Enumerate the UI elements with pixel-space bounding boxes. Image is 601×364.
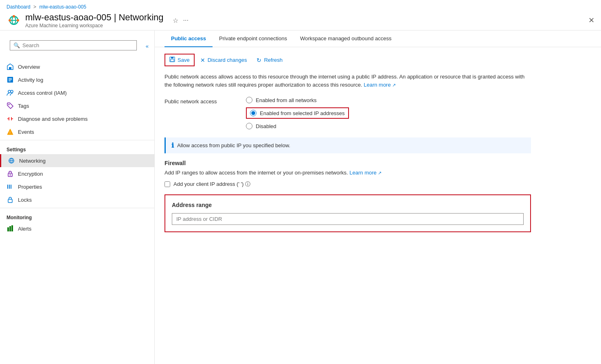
overview-icon bbox=[7, 63, 14, 70]
sidebar-label-locks: Locks bbox=[18, 197, 32, 203]
networking-icon bbox=[8, 157, 15, 164]
header: Dashboard > mlw-eastus-aoao-005 mlw-east… bbox=[0, 0, 601, 31]
refresh-button[interactable]: ↻ Refresh bbox=[252, 55, 287, 65]
tags-icon bbox=[7, 102, 14, 109]
sidebar-label-networking: Networking bbox=[19, 158, 46, 164]
svg-point-3 bbox=[17, 19, 19, 22]
radio-label-disabled: Disabled bbox=[256, 123, 276, 129]
sidebar-label-diagnose: Diagnose and solve problems bbox=[18, 116, 88, 122]
radio-all[interactable] bbox=[246, 97, 252, 103]
breadcrumb-separator: > bbox=[33, 4, 36, 10]
discard-label: Discard changes bbox=[208, 57, 247, 63]
radio-disabled[interactable] bbox=[246, 123, 252, 129]
search-box[interactable]: 🔍 bbox=[10, 40, 137, 50]
save-button[interactable]: Save bbox=[165, 54, 195, 66]
public-access-label: Public network access bbox=[165, 97, 230, 105]
svg-rect-22 bbox=[7, 185, 8, 189]
resource-icon bbox=[7, 13, 21, 28]
external-link-icon: ↗ bbox=[392, 83, 396, 87]
sidebar-item-networking[interactable]: Networking bbox=[0, 154, 154, 167]
sidebar-item-diagnose[interactable]: Diagnose and solve problems bbox=[0, 112, 154, 125]
svg-rect-24 bbox=[11, 185, 11, 189]
sidebar-item-activity-log[interactable]: Activity log bbox=[0, 73, 154, 86]
svg-rect-31 bbox=[171, 59, 174, 61]
tab-outbound[interactable]: Workspace managed outbound access bbox=[294, 31, 398, 47]
encryption-icon bbox=[7, 170, 14, 177]
page-subtitle: Azure Machine Learning workspace bbox=[25, 23, 164, 28]
iam-icon bbox=[7, 89, 14, 96]
collapse-button[interactable]: « bbox=[145, 42, 149, 50]
svg-rect-25 bbox=[8, 199, 12, 203]
main-layout: 🔍 « Overview Activity log Access control… bbox=[0, 31, 601, 364]
firewall-title: Firewall bbox=[165, 160, 591, 166]
svg-point-4 bbox=[13, 15, 15, 17]
sidebar-item-overview[interactable]: Overview bbox=[0, 60, 154, 73]
tab-public-access[interactable]: Public access bbox=[165, 31, 213, 47]
info-message: Allow access from public IP you specifie… bbox=[177, 142, 290, 148]
address-range-box: Address range bbox=[165, 194, 531, 232]
firewall-external-link-icon: ↗ bbox=[378, 170, 382, 175]
svg-point-12 bbox=[11, 90, 13, 93]
alerts-icon bbox=[7, 225, 14, 232]
sidebar-label-encryption: Encryption bbox=[18, 171, 43, 177]
breadcrumb-resource[interactable]: mlw-eastus-aoao-005 bbox=[39, 4, 86, 10]
refresh-label: Refresh bbox=[264, 57, 283, 63]
sidebar-label-iam: Access control (IAM) bbox=[18, 90, 67, 96]
sidebar-divider-settings bbox=[0, 140, 154, 140]
ip-cidr-input[interactable] bbox=[172, 213, 524, 225]
sidebar-item-alerts[interactable]: Alerts bbox=[0, 222, 154, 235]
radio-option-selected[interactable]: Enabled from selected IP addresses bbox=[250, 110, 345, 116]
more-options-icon[interactable]: ··· bbox=[183, 17, 189, 24]
add-client-ip-checkbox[interactable] bbox=[165, 181, 170, 187]
svg-point-13 bbox=[9, 104, 10, 105]
sidebar-item-tags[interactable]: Tags bbox=[0, 99, 154, 112]
svg-rect-6 bbox=[9, 67, 11, 70]
sidebar-label-overview: Overview bbox=[18, 64, 40, 70]
radio-option-disabled[interactable]: Disabled bbox=[246, 123, 349, 129]
toolbar: Save ✕ Discard changes ↻ Refresh bbox=[165, 54, 591, 66]
locks-icon bbox=[7, 196, 14, 203]
breadcrumb-dashboard[interactable]: Dashboard bbox=[7, 4, 31, 10]
sidebar-item-events[interactable]: ! Events bbox=[0, 125, 154, 138]
discard-button[interactable]: ✕ Discard changes bbox=[196, 55, 251, 65]
save-label: Save bbox=[178, 57, 190, 63]
svg-point-21 bbox=[10, 174, 11, 176]
svg-rect-26 bbox=[7, 227, 9, 231]
client-ip-label: Add your client IP address (' ') ⓘ bbox=[173, 181, 250, 188]
discard-icon: ✕ bbox=[200, 57, 205, 63]
radio-selected[interactable] bbox=[250, 110, 257, 116]
sidebar-label-activity-log: Activity log bbox=[18, 77, 43, 83]
tab-private-endpoint[interactable]: Private endpoint connections bbox=[213, 31, 294, 47]
firewall-description: Add IP ranges to allow access from the i… bbox=[165, 170, 591, 176]
learn-more-link[interactable]: Learn more ↗ bbox=[364, 82, 396, 88]
sidebar: 🔍 « Overview Activity log Access control… bbox=[0, 31, 155, 364]
info-box: ℹ Allow access from public IP you specif… bbox=[165, 137, 531, 153]
close-button[interactable]: ✕ bbox=[588, 16, 594, 25]
page-title: mlw-eastus-aoao-005 | Networking bbox=[25, 12, 164, 23]
address-range-title: Address range bbox=[172, 202, 524, 208]
monitoring-section-label: Monitoring bbox=[0, 210, 154, 222]
description-text: Public network access allows access to t… bbox=[165, 73, 531, 89]
firewall-learn-more-link[interactable]: Learn more ↗ bbox=[349, 170, 382, 176]
sidebar-item-properties[interactable]: Properties bbox=[0, 180, 154, 193]
sidebar-item-locks[interactable]: Locks bbox=[0, 193, 154, 206]
svg-rect-28 bbox=[11, 225, 13, 231]
activity-log-icon bbox=[7, 76, 14, 83]
breadcrumb: Dashboard > mlw-eastus-aoao-005 bbox=[7, 4, 594, 10]
properties-icon bbox=[7, 183, 14, 190]
content-area: Public access Private endpoint connectio… bbox=[155, 31, 601, 364]
sidebar-item-encryption[interactable]: Encryption bbox=[0, 167, 154, 180]
svg-text:!: ! bbox=[9, 131, 11, 135]
firewall-section: Firewall Add IP ranges to allow access f… bbox=[165, 160, 591, 232]
favorite-icon[interactable]: ☆ bbox=[173, 17, 178, 24]
public-network-access-row: Public network access Enabled from all n… bbox=[165, 97, 591, 129]
sidebar-label-events: Events bbox=[18, 129, 34, 135]
title-container: mlw-eastus-aoao-005 | Networking Azure M… bbox=[25, 12, 164, 28]
svg-rect-23 bbox=[9, 185, 10, 189]
svg-rect-30 bbox=[171, 57, 173, 59]
info-icon: ℹ bbox=[171, 142, 174, 149]
search-input[interactable] bbox=[22, 42, 133, 48]
sidebar-item-access-control[interactable]: Access control (IAM) bbox=[0, 86, 154, 99]
svg-point-2 bbox=[9, 19, 11, 22]
radio-option-all[interactable]: Enabled from all networks bbox=[246, 97, 349, 103]
